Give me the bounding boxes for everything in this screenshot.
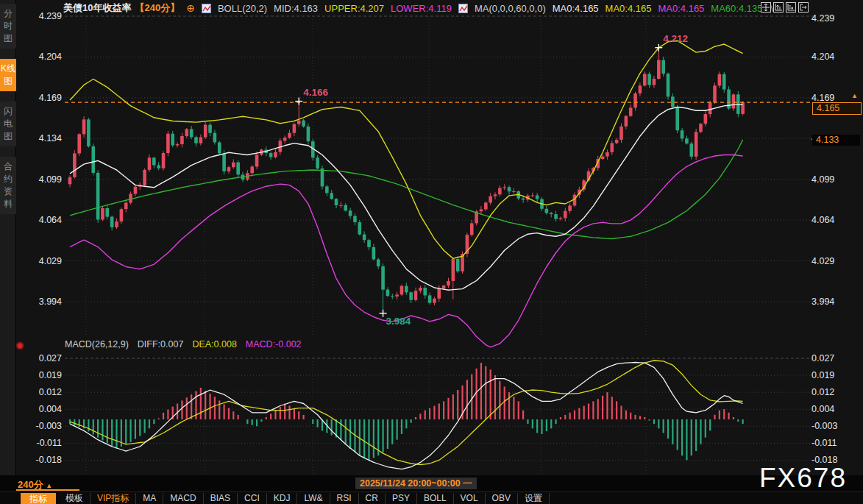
toolbar-item-16[interactable]: 设置 <box>518 493 550 504</box>
svg-text:3.984: 3.984 <box>386 316 411 327</box>
price-axis-label-left: 4.204 <box>22 52 62 62</box>
period-underline <box>16 489 79 491</box>
macd-axis-label-left: 0.027 <box>22 353 62 363</box>
toolbar-item-1[interactable]: 指标 <box>21 493 56 504</box>
toolbar-item-14[interactable]: VOL <box>454 493 486 504</box>
svg-text:4.166: 4.166 <box>303 87 328 98</box>
chart-application-window: 分时图K线图闪电图合约资料 美债10年收益率 【240分】 ⊕ BOLL(20,… <box>0 0 863 504</box>
indicator-sun-icon[interactable]: ✺ <box>15 340 24 352</box>
price-axis-label-right: 3.994 <box>811 297 834 307</box>
macd-axis-label-right: 0.004 <box>811 404 834 414</box>
price-axis-label-left: 4.239 <box>22 11 62 21</box>
macd-axis-label-right: 0.027 <box>811 353 834 363</box>
toolbar-item-2[interactable]: 模板 <box>59 493 90 504</box>
macd-header: MACD(26,12,9) DIFF:0.007 DEA:0.008 MACD:… <box>65 339 302 349</box>
macd-dea-value: DEA:0.008 <box>192 339 236 349</box>
toolbar-item-10[interactable]: RSI <box>330 493 359 504</box>
macd-axis-label-right: -0.011 <box>811 438 837 448</box>
secondary-price-tag: 4.133 <box>812 135 860 146</box>
toolbar-item-5[interactable]: MACD <box>163 493 203 504</box>
macd-axis-label-left: -0.003 <box>22 421 62 431</box>
price-up-arrow-icon: ▲ <box>851 92 858 99</box>
macd-axis-label-right: -0.003 <box>811 421 837 431</box>
price-axis-label-left: 4.029 <box>22 256 62 266</box>
macd-name: MACD(26,12,9) <box>65 339 129 349</box>
macd-axis-label-right: 0.019 <box>811 370 834 380</box>
toolbar-item-7[interactable]: CCI <box>238 493 267 504</box>
price-axis-label-right: 4.169 <box>811 93 834 103</box>
toolbar-item-15[interactable]: OBV <box>486 493 518 504</box>
toolbar-item-9[interactable]: LW& <box>297 493 330 504</box>
price-axis-label-right: 4.064 <box>811 215 834 225</box>
toolbar-item-8[interactable]: KDJ <box>267 493 298 504</box>
macd-axis-label-left: 0.004 <box>22 404 62 414</box>
price-axis-label-left: 4.134 <box>22 133 62 143</box>
macd-axis-label-left: 0.019 <box>22 370 62 380</box>
selected-candle-datetime: 2025/11/24 20:00~00:00 一 <box>355 478 477 489</box>
macd-diff-value: DIFF:0.007 <box>138 339 184 349</box>
price-axis-label-right: 4.029 <box>811 256 834 266</box>
toolbar-item-12[interactable]: PSY <box>386 493 417 504</box>
macd-axis-label-left: -0.011 <box>22 438 62 448</box>
svg-text:4.212: 4.212 <box>663 33 688 44</box>
toolbar-item-13[interactable]: BOLL <box>417 493 454 504</box>
watermark: FX678 <box>759 463 847 494</box>
toolbar-item-11[interactable]: CR <box>359 493 386 504</box>
price-axis-label-left: 4.099 <box>22 174 62 185</box>
price-axis-label-right: 4.239 <box>811 13 834 24</box>
price-axis-label-left: 4.169 <box>22 93 62 103</box>
price-axis-label-left: 3.994 <box>22 297 62 307</box>
last-price-tag: 4.165 <box>812 102 862 115</box>
chart-canvas[interactable]: 4.1664.2123.984 <box>0 0 863 504</box>
indicator-toolbar: 指标模板VIP指标MAMACDBIASCCIKDJLW&RSICRPSYBOLL… <box>0 491 863 504</box>
toolbar-item-6[interactable]: BIAS <box>204 493 238 504</box>
price-axis-label-left: 4.064 <box>22 215 62 225</box>
price-axis-label-right: 4.204 <box>811 52 834 62</box>
macd-axis-label-left: 0.012 <box>22 387 62 397</box>
toolbar-item-3[interactable]: VIP指标 <box>90 493 136 504</box>
toolbar-item-4[interactable]: MA <box>136 493 163 504</box>
macd-axis-label-left: -0.018 <box>22 455 62 465</box>
macd-axis-label-right: 0.012 <box>811 387 834 397</box>
period-dropdown-arrow-icon: ▲ <box>46 482 52 489</box>
macd-value: MACD:-0.002 <box>246 339 302 349</box>
price-axis-label-right: 4.099 <box>811 174 834 185</box>
